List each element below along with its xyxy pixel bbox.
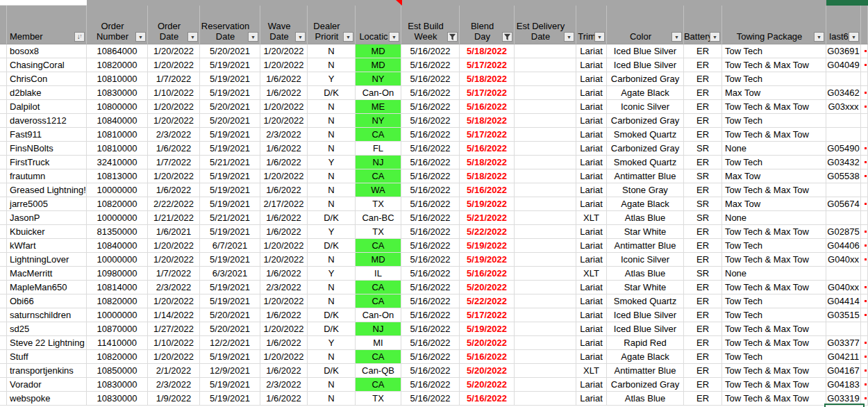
cell-order_number[interactable]: 10840000 [87,239,148,253]
column-header-blend_day[interactable]: Blend Day [460,6,515,44]
cell-right-edge[interactable] [861,100,868,114]
column-header-spacer-left[interactable] [0,6,7,44]
cell-blend_day[interactable]: 5/22/2022 [460,294,515,308]
filter-applied-icon[interactable] [502,32,512,42]
cell-order_number[interactable]: 10810000 [87,142,148,156]
cell-est_build_week[interactable]: 5/16/2022 [401,44,460,58]
cell-order_date[interactable]: 1/20/2022 [148,44,200,58]
cell-towing_package[interactable]: Tow Tech & Max Tow [722,183,826,197]
cell-wave_date[interactable]: 1/20/2022 [260,294,308,308]
cell-member[interactable]: ChrisCon [7,72,87,86]
cell-est_delivery_date[interactable] [515,267,576,281]
cell-trim[interactable]: Lariat [576,197,607,211]
cell-battery[interactable]: ER [684,128,722,142]
cell-order_number[interactable]: 10820000 [87,197,148,211]
cell-est_delivery_date[interactable] [515,294,576,308]
cell-blend_day[interactable]: 5/18/2022 [460,114,515,128]
cell-location[interactable]: CA [356,239,401,253]
cell-last6[interactable]: G040xx [826,281,861,294]
cell-order_date[interactable]: 2/1/2022 [148,364,200,378]
cell-est_delivery_date[interactable] [515,58,576,72]
cell-blend_day[interactable]: 5/20/2022 [460,281,515,294]
cell-battery[interactable]: ER [684,364,722,378]
cell-reservation_date[interactable]: 5/19/2021 [200,392,260,406]
column-header-dealer_priority[interactable]: Dealer Priorit▼ [308,6,356,44]
cell-member[interactable]: Dalpilot [7,100,87,114]
cell-wave_date[interactable]: 1/6/2022 [260,86,308,100]
cell-color[interactable]: Carbonized Gray [607,114,684,128]
cell-order_number[interactable]: 11410000 [87,336,148,350]
cell-color[interactable]: Iced Blue Silver [607,322,684,336]
cell-row-margin[interactable] [0,350,7,364]
cell-member[interactable]: FinsNBolts [7,142,87,156]
cell-trim[interactable]: Lariat [576,308,607,322]
cell-blend_day[interactable]: 5/16/2022 [460,142,515,156]
cell-location[interactable]: TX [356,197,401,211]
cell-est_delivery_date[interactable] [515,378,576,392]
cell-member[interactable]: Stuff [7,350,87,364]
cell-battery[interactable]: ER [684,294,722,308]
cell-battery[interactable]: SR [684,211,722,225]
cell-order_date[interactable]: 1/6/2022 [148,142,200,156]
cell-row-margin[interactable] [0,308,7,322]
cell-reservation_date[interactable]: 5/20/2021 [200,100,260,114]
cell-order_date[interactable]: 1/20/2022 [148,350,200,364]
cell-location[interactable]: MI [356,336,401,350]
cell-last6[interactable]: G040xx [826,253,861,267]
cell-reservation_date[interactable]: 5/20/2021 [200,308,260,322]
cell-row-margin[interactable] [0,100,7,114]
cell-right-edge[interactable] [861,364,868,378]
cell-battery[interactable]: ER [684,183,722,197]
cell-trim[interactable]: XLT [576,364,607,378]
cell-color[interactable]: Atlas Blue [607,211,684,225]
cell-row-margin[interactable] [0,336,7,350]
column-header-reservation_date[interactable]: Reservation Date▼ [200,6,260,44]
cell-member[interactable]: transportjenkins [7,364,87,378]
cell-order_number[interactable]: 81350000 [87,225,148,239]
cell-towing_package[interactable]: None [722,142,826,156]
cell-est_delivery_date[interactable] [515,322,576,336]
cell-color[interactable]: Iconic Silver [607,253,684,267]
cell-color[interactable]: Star White [607,281,684,294]
cell-color[interactable]: Smoked Quartz [607,128,684,142]
cell-last6[interactable] [826,183,861,197]
cell-last6[interactable]: G05490 [826,142,861,156]
cell-towing_package[interactable]: Tow Tech [722,156,826,169]
cell-member[interactable]: Fast911 [7,128,87,142]
cell-battery[interactable]: ER [684,225,722,239]
cell-last6[interactable]: G05674 [826,197,861,211]
column-header-order_number[interactable]: Order Number▼ [87,6,148,44]
cell-est_build_week[interactable]: 5/16/2022 [401,156,460,169]
cell-location[interactable]: CA [356,128,401,142]
cell-member[interactable]: d2blake [7,86,87,100]
cell-location[interactable]: NJ [356,322,401,336]
cell-est_build_week[interactable]: 5/16/2022 [401,58,460,72]
cell-row-margin[interactable] [0,183,7,197]
cell-battery[interactable]: ER [684,281,722,294]
cell-member[interactable]: kWfart [7,239,87,253]
cell-last6[interactable]: G03377 [826,336,861,350]
cell-battery[interactable]: SR [684,169,722,183]
cell-order_date[interactable]: 2/3/2022 [148,378,200,392]
cell-est_build_week[interactable]: 5/16/2022 [401,294,460,308]
cell-reservation_date[interactable]: 5/19/2021 [200,58,260,72]
cell-wave_date[interactable]: 1/20/2022 [260,114,308,128]
cell-towing_package[interactable]: Tow Tech & Max Tow [722,100,826,114]
cell-dealer_priority[interactable]: D/K [308,322,356,336]
cell-location[interactable]: Can-On [356,308,401,322]
cell-right-edge[interactable] [861,44,868,58]
cell-reservation_date[interactable]: 5/19/2021 [200,350,260,364]
cell-blend_day[interactable]: 5/17/2022 [460,308,515,322]
cell-order_date[interactable]: 1/7/2022 [148,156,200,169]
cell-dealer_priority[interactable]: N [308,114,356,128]
cell-battery[interactable]: ER [684,156,722,169]
cell-towing_package[interactable]: Tow Tech & Max Tow [722,378,826,392]
cell-trim[interactable]: Lariat [576,86,607,100]
cell-dealer_priority[interactable]: D/K [308,211,356,225]
cell-right-edge[interactable] [861,72,868,86]
cell-blend_day[interactable]: 5/20/2022 [460,364,515,378]
cell-right-edge[interactable] [861,211,868,225]
cell-est_build_week[interactable]: 5/16/2022 [401,239,460,253]
cell-last6[interactable]: G04183 [826,378,861,392]
cell-towing_package[interactable]: Tow Tech & Max Tow [722,392,826,406]
